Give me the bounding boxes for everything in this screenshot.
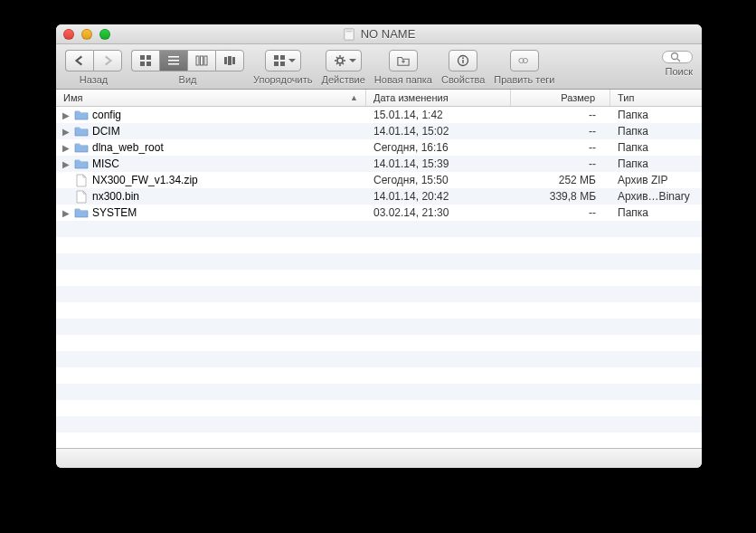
file-date: 03.02.14, 21:30 [366, 206, 511, 219]
table-row [56, 253, 702, 270]
file-name: NX300_FW_v1.34.zip [92, 174, 198, 186]
titlebar[interactable]: NO NAME [56, 24, 702, 44]
disclosure-triangle-icon[interactable]: ▶ [61, 143, 71, 153]
table-row [56, 221, 702, 237]
edittags-label: Править теги [494, 74, 554, 85]
nav-back-forward [65, 50, 122, 71]
search-label: Поиск [666, 66, 693, 77]
file-size: -- [511, 141, 610, 154]
file-icon [74, 173, 89, 187]
table-row[interactable]: ▶MISC14.01.14, 15:39--Папка [56, 156, 702, 172]
svg-rect-1 [345, 30, 352, 32]
file-date: 14.01.14, 15:39 [366, 157, 511, 170]
table-row [56, 335, 702, 351]
view-coverflow-button[interactable] [215, 50, 244, 71]
file-icon [74, 189, 89, 204]
svg-rect-8 [168, 63, 179, 65]
svg-rect-6 [168, 56, 179, 58]
disclosure-triangle-icon[interactable]: ▶ [61, 159, 71, 169]
svg-rect-3 [146, 55, 151, 60]
file-name: config [92, 109, 121, 121]
file-date: 15.01.14, 1:42 [366, 109, 511, 121]
action-label: Действие [321, 74, 364, 85]
svg-rect-7 [168, 60, 179, 62]
file-type: Папка [610, 157, 702, 170]
file-name: MISC [92, 157, 119, 170]
file-date: 14.01.14, 20:42 [366, 190, 511, 203]
minimize-button[interactable] [81, 29, 92, 40]
folder-icon [74, 140, 89, 155]
svg-rect-15 [274, 55, 279, 60]
folder-icon [74, 205, 89, 220]
file-name: DCIM [92, 125, 120, 138]
properties-label: Свойства [441, 74, 485, 85]
view-mode-segment [131, 50, 244, 71]
view-list-button[interactable] [159, 50, 187, 71]
table-row [56, 286, 702, 302]
properties-button[interactable] [449, 50, 477, 71]
zoom-button[interactable] [99, 29, 110, 40]
svg-rect-16 [280, 55, 285, 60]
file-date: Сегодня, 16:16 [366, 141, 511, 154]
arrange-button[interactable] [265, 50, 301, 71]
newfolder-label: Новая папка [374, 74, 432, 85]
disclosure-triangle-icon[interactable]: ▶ [61, 208, 71, 218]
table-row[interactable]: ▶DCIM14.01.14, 15:02--Папка [56, 123, 702, 139]
table-row [56, 319, 702, 335]
column-type[interactable]: Тип [610, 90, 702, 106]
file-type: Папка [610, 125, 702, 138]
svg-rect-14 [232, 57, 235, 64]
table-row [56, 416, 702, 433]
table-row[interactable]: ▶SYSTEM03.02.14, 21:30--Папка [56, 205, 702, 221]
svg-rect-17 [274, 62, 279, 66]
table-row [56, 237, 702, 253]
column-size[interactable]: Размер [511, 90, 610, 106]
file-size: -- [511, 125, 610, 138]
forward-button[interactable] [93, 50, 122, 71]
disclosure-triangle-icon[interactable]: ▶ [61, 110, 71, 120]
svg-rect-2 [140, 55, 145, 60]
new-folder-button[interactable] [389, 50, 418, 71]
svg-rect-5 [146, 62, 151, 66]
table-row[interactable]: ▶config15.01.14, 1:42--Папка [56, 107, 702, 123]
action-button[interactable] [326, 50, 362, 71]
edit-tags-button[interactable] [510, 50, 539, 71]
view-columns-button[interactable] [187, 50, 215, 71]
file-size: 252 МБ [511, 174, 610, 186]
table-row [56, 367, 702, 384]
close-button[interactable] [63, 29, 74, 40]
file-name: nx300.bin [92, 190, 139, 203]
svg-rect-9 [196, 56, 199, 65]
file-size: 339,8 МБ [511, 190, 610, 203]
back-button[interactable] [65, 50, 93, 71]
view-icons-button[interactable] [131, 50, 159, 71]
file-name: dlna_web_root [92, 141, 164, 154]
column-headers: Имя▲ Дата изменения Размер Тип [56, 90, 702, 107]
sort-indicator-icon: ▲ [350, 93, 358, 102]
folder-plus-icon [397, 54, 410, 67]
table-row [56, 384, 702, 400]
file-name: SYSTEM [92, 206, 137, 219]
svg-rect-12 [224, 57, 227, 64]
file-type: Папка [610, 141, 702, 154]
svg-point-19 [337, 58, 343, 63]
search-icon [670, 52, 681, 62]
table-row[interactable]: NX300_FW_v1.34.zipСегодня, 15:50252 МБАр… [56, 172, 702, 188]
svg-rect-13 [228, 56, 232, 65]
svg-point-21 [462, 57, 464, 59]
folder-icon [74, 108, 89, 122]
table-row[interactable]: ▶dlna_web_rootСегодня, 16:16--Папка [56, 139, 702, 156]
toolbar: Назад Вид Упорядочить Действие Новая пап… [56, 44, 702, 90]
traffic-lights [63, 29, 110, 40]
table-row [56, 433, 702, 448]
table-row [56, 400, 702, 416]
column-name[interactable]: Имя▲ [56, 90, 366, 106]
table-row[interactable]: nx300.bin14.01.14, 20:42339,8 МБАрхив…Bi… [56, 188, 702, 205]
window-title: NO NAME [56, 27, 702, 41]
file-type: Папка [610, 206, 702, 219]
file-list[interactable]: ▶config15.01.14, 1:42--Папка▶DCIM14.01.1… [56, 107, 702, 448]
svg-point-25 [672, 53, 678, 60]
search-field[interactable] [662, 51, 693, 63]
disclosure-triangle-icon[interactable]: ▶ [61, 127, 71, 137]
column-date[interactable]: Дата изменения [366, 90, 511, 106]
